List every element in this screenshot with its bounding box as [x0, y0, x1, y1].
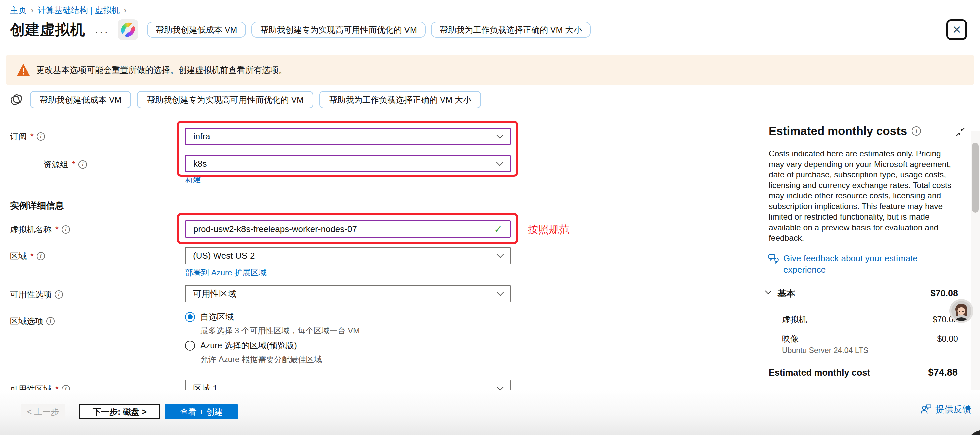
chevron-down-icon	[765, 288, 772, 294]
estimate-feedback-link[interactable]: Give feedback about your estimate experi…	[768, 253, 950, 275]
zone-option-self-select[interactable]: 自选区域	[185, 311, 234, 322]
zone-option-self-select-desc: 最多选择 3 个可用性区域，每个区域一台 VM	[200, 325, 360, 336]
copilot-suggestions-inline: 帮助我创建低成本 VM 帮助我创建专为实现高可用性而优化的 VM 帮助我为工作负…	[9, 91, 481, 108]
more-options-icon[interactable]: ···	[94, 25, 109, 38]
region-dropdown[interactable]: (US) West US 2	[185, 247, 511, 264]
chevron-right-icon: ›	[123, 5, 127, 15]
suggestion-low-cost-vm[interactable]: 帮助我创建低成本 VM	[30, 91, 131, 108]
required-asterisk: *	[56, 384, 59, 390]
warning-icon	[16, 63, 30, 76]
suggestion-right-vm-size[interactable]: 帮助我为工作负载选择正确的 VM 大小	[319, 91, 481, 108]
resource-group-value: k8s	[193, 159, 207, 169]
availability-options-value: 可用性区域	[193, 288, 237, 300]
zone-option-azure-select[interactable]: Azure 选择的区域(预览版)	[185, 340, 297, 351]
close-button[interactable]: ✕	[946, 19, 967, 40]
deploy-extended-zone-link[interactable]: 部署到 Azure 扩展区域	[185, 267, 267, 278]
subscription-dropdown[interactable]: infra	[185, 127, 511, 145]
availability-zone-label: 可用性区域 * i	[10, 384, 70, 390]
copilot-outline-icon[interactable]	[9, 92, 24, 107]
required-asterisk: *	[30, 132, 34, 141]
chevron-right-icon: ›	[30, 5, 34, 15]
divider	[758, 361, 980, 361]
resource-group-label: 资源组 * i	[43, 159, 87, 170]
region-label: 区域 * i	[10, 250, 45, 261]
close-icon: ✕	[952, 23, 962, 37]
copilot-button[interactable]	[118, 19, 138, 40]
chevron-down-icon	[497, 250, 504, 258]
resource-group-dropdown[interactable]: k8s	[185, 155, 511, 172]
info-icon[interactable]: i	[62, 385, 70, 390]
info-icon[interactable]: i	[46, 317, 55, 325]
subscription-label: 订阅 * i	[10, 131, 45, 142]
cost-item-row: 映像 $0.00	[758, 333, 980, 345]
vm-name-label: 虚拟机名称 * i	[10, 224, 70, 235]
breadcrumb-section-link[interactable]: 计算基础结构 | 虚拟机	[38, 5, 119, 16]
chevron-down-icon	[496, 159, 503, 166]
chevron-down-icon	[496, 131, 503, 138]
total-price: $74.88	[928, 367, 958, 378]
person-feedback-icon	[920, 403, 932, 415]
chevron-down-icon	[497, 383, 504, 390]
next-disks-button[interactable]: 下一步: 磁盘 >	[79, 404, 160, 419]
page-header: 创建虚拟机 ··· 帮助我创建低成本 VM 帮助我创建专为实现高可用性而优化的 …	[10, 19, 590, 41]
info-icon[interactable]: i	[62, 225, 70, 234]
vm-name-value: prod-usw2-k8s-freeleaps-worker-nodes-07	[193, 224, 357, 234]
assistant-avatar[interactable]	[949, 299, 974, 323]
instance-details-heading: 实例详细信息	[10, 200, 64, 212]
availability-options-label: 可用性选项 i	[10, 289, 63, 300]
info-icon[interactable]: i	[37, 132, 45, 141]
collapse-panel-icon[interactable]	[955, 127, 965, 137]
availability-options-dropdown[interactable]: 可用性区域	[185, 285, 511, 302]
copilot-suggestions-top: 帮助我创建低成本 VM 帮助我创建专为实现高可用性而优化的 VM 帮助我为工作负…	[147, 22, 590, 38]
info-icon[interactable]: i	[55, 290, 63, 299]
warning-banner: 更改基本选项可能会重置所做的选择。创建虚拟机前查看所有选项。	[6, 55, 974, 84]
vm-name-input[interactable]: prod-usw2-k8s-freeleaps-worker-nodes-07 …	[185, 220, 511, 237]
give-feedback-link[interactable]: 提供反馈	[920, 403, 971, 415]
total-label: Estimated monthly cost	[768, 368, 870, 378]
scrollbar-thumb[interactable]	[972, 143, 978, 213]
breadcrumb: 主页 › 计算基础结构 | 虚拟机 ›	[10, 5, 127, 16]
suggestion-high-availability-vm[interactable]: 帮助我创建专为实现高可用性而优化的 VM	[251, 22, 425, 38]
warning-text: 更改基本选项可能会重置所做的选择。创建虚拟机前查看所有选项。	[37, 64, 287, 75]
radio-selected-icon[interactable]	[185, 312, 195, 322]
region-value: (US) West US 2	[193, 250, 255, 261]
availability-zone-dropdown[interactable]: 区域 1	[185, 379, 511, 390]
suggestion-right-vm-size[interactable]: 帮助我为工作负载选择正确的 VM 大小	[431, 22, 590, 38]
cost-disclaimer: Costs indicated here are estimates only.…	[768, 148, 958, 243]
cost-panel-title: Estimated monthly costs	[768, 124, 907, 138]
review-create-button[interactable]: 查看 + 创建	[165, 404, 238, 419]
availability-zone-value: 区域 1	[193, 382, 218, 390]
cost-group-row[interactable]: 基本 $70.08	[758, 287, 980, 300]
suggestion-high-availability-vm[interactable]: 帮助我创建专为实现高可用性而优化的 VM	[137, 91, 313, 108]
cost-estimate-panel: Estimated monthly costs i Costs indicate…	[757, 120, 980, 390]
annotation-note: 按照规范	[528, 223, 570, 237]
cost-item-subtext: Ubuntu Server 24.04 LTS	[782, 346, 869, 355]
required-asterisk: *	[56, 225, 59, 234]
chevron-down-icon	[497, 288, 504, 296]
subscription-value: infra	[193, 131, 210, 142]
previous-button[interactable]: < 上一步	[21, 404, 65, 419]
create-new-resource-group-link[interactable]: 新建	[185, 174, 201, 185]
info-icon[interactable]: i	[37, 252, 45, 260]
label-connector-line	[21, 141, 40, 164]
zone-options-label: 区域选项 i	[10, 316, 55, 327]
valid-check-icon: ✓	[494, 223, 502, 235]
cost-item-row: 虚拟机 $70.08	[758, 313, 980, 325]
info-icon[interactable]: i	[912, 126, 921, 135]
footer-bar: < 上一步 下一步: 磁盘 > 查看 + 创建 提供反馈	[0, 390, 980, 435]
breadcrumb-home-link[interactable]: 主页	[10, 5, 27, 16]
required-asterisk: *	[72, 160, 75, 169]
page-title: 创建虚拟机	[10, 20, 85, 40]
basics-form: 订阅 * i infra 资源组 * i k8s 新建 实例详细信息 虚拟机名称…	[0, 120, 757, 390]
radio-unselected-icon[interactable]	[185, 341, 195, 351]
info-icon[interactable]: i	[78, 160, 87, 169]
feedback-bubbles-icon	[768, 253, 779, 264]
suggestion-low-cost-vm[interactable]: 帮助我创建低成本 VM	[147, 22, 246, 38]
zone-option-azure-select-desc: 允许 Azure 根据需要分配最佳区域	[200, 354, 322, 365]
required-asterisk: *	[30, 251, 34, 261]
